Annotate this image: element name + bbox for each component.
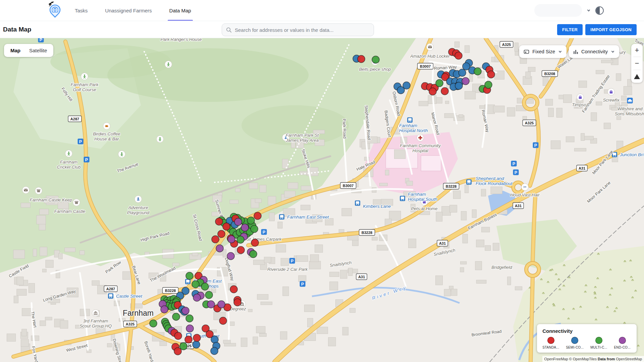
road-badge: B3228: [163, 288, 178, 294]
zoom-in-button[interactable]: +: [631, 44, 643, 57]
map-marker[interactable]: [372, 56, 379, 63]
page-toolbar: Data Map FILTER IMPORT GEOJSON: [0, 21, 644, 38]
map-marker[interactable]: [205, 291, 213, 299]
app-logo[interactable]: [46, 2, 64, 19]
map-marker[interactable]: [182, 307, 189, 314]
map-marker[interactable]: [216, 245, 223, 252]
p-icon: [78, 139, 84, 144]
map-marker[interactable]: [251, 239, 259, 246]
scissors-icon: [522, 184, 529, 191]
compass-button[interactable]: [631, 70, 643, 83]
map-label: Houd Vast Hair: [510, 192, 540, 197]
map-marker[interactable]: [218, 230, 225, 238]
map-marker[interactable]: [211, 347, 218, 355]
attribution-openfreemap: OpenFreeMap © OpenMapTiles: [544, 357, 598, 361]
svg-text:A31: A31: [358, 275, 365, 279]
map-marker[interactable]: [237, 246, 245, 254]
map-label: Park Ranger's House: [160, 38, 202, 42]
map-marker[interactable]: [185, 336, 192, 343]
north-arrow-icon: [634, 74, 640, 79]
metric-dropdown[interactable]: Connectivity: [569, 45, 619, 58]
map-label: Birdies CoffeeHouse & Bar: [93, 131, 120, 141]
map-marker[interactable]: [193, 341, 200, 348]
map-marker[interactable]: [161, 306, 168, 313]
map-view-button[interactable]: Map: [6, 45, 25, 56]
map-marker[interactable]: [212, 236, 219, 243]
tab-tasks[interactable]: Tasks: [74, 0, 89, 21]
p-icon: [300, 281, 306, 287]
map-marker[interactable]: [207, 301, 215, 308]
map-marker[interactable]: [358, 55, 365, 63]
map-marker[interactable]: [215, 218, 223, 225]
map-marker[interactable]: [180, 343, 187, 350]
search-box[interactable]: [222, 23, 374, 36]
map-marker[interactable]: [150, 320, 157, 327]
size-dropdown[interactable]: Fixed Size: [519, 45, 567, 58]
road-badge: A31: [437, 240, 448, 246]
map-marker[interactable]: [241, 224, 249, 231]
map-marker[interactable]: [230, 286, 237, 293]
map-marker[interactable]: [201, 283, 209, 290]
map-marker[interactable]: [234, 218, 242, 226]
theme-toggle-icon[interactable]: [595, 6, 604, 15]
chevron-down-icon[interactable]: [587, 8, 591, 12]
svg-text:B3007: B3007: [343, 184, 354, 188]
chevron-down-icon: [558, 50, 562, 54]
map-marker[interactable]: [193, 334, 201, 342]
play-icon: [135, 196, 142, 203]
map-marker[interactable]: [186, 272, 193, 280]
map-marker[interactable]: [193, 294, 201, 301]
map-marker[interactable]: [485, 81, 492, 88]
map-label: Pets at Home: [411, 206, 438, 211]
import-geojson-button[interactable]: IMPORT GEOJSON: [585, 24, 637, 35]
legend-item-label: MULTI-C...: [590, 346, 607, 349]
map-marker[interactable]: [237, 236, 244, 243]
map-marker[interactable]: [234, 299, 241, 306]
map-marker[interactable]: [223, 223, 230, 230]
svg-text:A31: A31: [439, 241, 446, 245]
map-marker[interactable]: [462, 77, 469, 85]
tab-data-map[interactable]: Data Map: [168, 0, 192, 21]
attribution-osm[interactable]: OpenStreetMap: [616, 357, 642, 361]
search-input[interactable]: [235, 27, 370, 33]
map-marker[interactable]: [174, 332, 182, 340]
town-label: Farnham: [123, 309, 154, 317]
p-icon: [511, 161, 517, 167]
map-marker[interactable]: [228, 236, 235, 243]
map-marker[interactable]: [218, 301, 225, 308]
map-marker[interactable]: [174, 348, 181, 355]
map-marker[interactable]: [436, 79, 443, 87]
satellite-view-button[interactable]: Satellite: [25, 45, 51, 56]
map-marker[interactable]: [254, 212, 261, 220]
map-marker[interactable]: [186, 325, 194, 332]
map-marker[interactable]: [441, 87, 448, 95]
svg-text:B3228: B3228: [446, 184, 457, 188]
map-marker[interactable]: [397, 86, 405, 94]
map-marker[interactable]: [250, 250, 257, 258]
museum-icon: [92, 310, 99, 317]
map-label: AdventurePlayground: [127, 205, 150, 215]
map-marker[interactable]: [487, 71, 495, 78]
castle-icon: [73, 199, 80, 206]
map-canvas[interactable]: P ✂: [0, 38, 644, 362]
map-marker[interactable]: [247, 217, 255, 224]
map-marker[interactable]: [455, 82, 463, 89]
user-menu-pill[interactable]: [534, 4, 582, 17]
filter-button[interactable]: FILTER: [557, 24, 583, 35]
zoom-out-button[interactable]: −: [631, 57, 643, 70]
map-marker[interactable]: [459, 69, 466, 76]
map-marker[interactable]: [227, 252, 234, 260]
map-marker[interactable]: [429, 88, 436, 95]
map-marker[interactable]: [219, 317, 227, 324]
zoom-panel: + −: [631, 44, 643, 83]
map-marker[interactable]: [192, 281, 199, 288]
tab-unassigned-farmers[interactable]: Unassigned Farmers: [104, 0, 153, 21]
map-marker[interactable]: [474, 68, 481, 75]
map-marker[interactable]: [172, 313, 180, 320]
legend-item: MULTI-C...: [590, 337, 607, 349]
map-marker[interactable]: [455, 52, 462, 59]
legend-color-dot: [619, 337, 626, 344]
road-badge: A325: [123, 321, 137, 327]
map-marker[interactable]: [251, 225, 258, 233]
map-marker[interactable]: [186, 315, 193, 322]
